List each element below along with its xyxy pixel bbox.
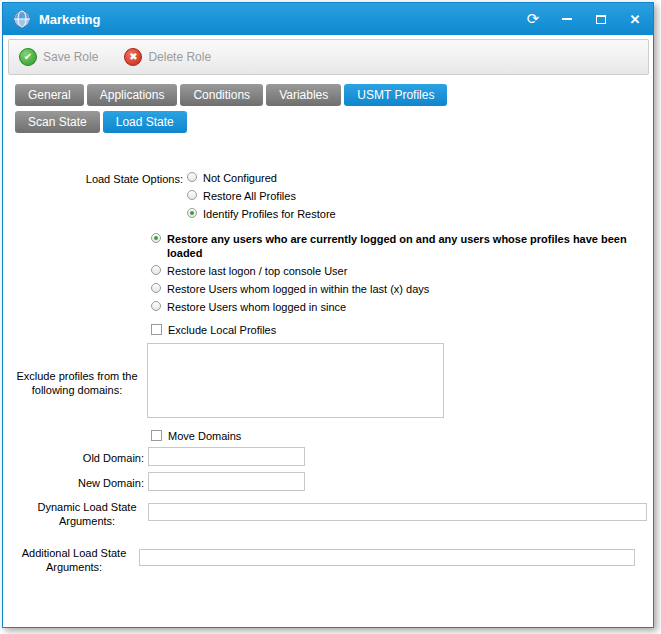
- radio-restore-all-profiles[interactable]: Restore All Profiles: [187, 189, 336, 203]
- load-state-options-group: Not Configured Restore All Profiles Iden…: [187, 171, 336, 225]
- save-check-icon: ✔: [19, 48, 37, 66]
- refresh-button[interactable]: ⟳: [525, 11, 541, 27]
- radio-restore-last-x-days[interactable]: Restore Users whom logged in within the …: [151, 282, 641, 296]
- tab-strip-usmt: Scan State Load State: [15, 111, 187, 133]
- radio-icon[interactable]: [151, 265, 161, 275]
- save-role-label: Save Role: [43, 50, 98, 64]
- tab-strip-main: General Applications Conditions Variable…: [15, 84, 447, 106]
- exclude-domains-label: Exclude profiles from the following doma…: [11, 369, 143, 397]
- old-domain-label: Old Domain:: [23, 451, 144, 465]
- radio-label: Restore last logon / top console User: [167, 264, 347, 278]
- radio-identify-profiles[interactable]: Identify Profiles for Restore: [187, 207, 336, 221]
- minimize-icon: [562, 18, 572, 20]
- delete-role-button[interactable]: ✖ Delete Role: [124, 48, 211, 66]
- toolbar: ✔ Save Role ✖ Delete Role: [8, 39, 649, 75]
- radio-restore-since[interactable]: Restore Users whom logged in since: [151, 300, 641, 314]
- dynamic-args-label: Dynamic Load State Arguments:: [29, 500, 145, 528]
- radio-icon[interactable]: [151, 301, 161, 311]
- radio-icon[interactable]: [187, 208, 197, 218]
- title-bar[interactable]: Marketing ⟳ ✕: [3, 3, 653, 35]
- new-domain-label: New Domain:: [23, 476, 144, 490]
- radio-label: Restore All Profiles: [203, 189, 296, 203]
- checkbox-icon[interactable]: [151, 430, 162, 441]
- close-button[interactable]: ✕: [627, 11, 643, 27]
- checkbox-icon[interactable]: [151, 324, 162, 335]
- tab-conditions[interactable]: Conditions: [180, 84, 263, 106]
- additional-args-label: Additional Load State Arguments:: [13, 546, 135, 574]
- tab-variables[interactable]: Variables: [266, 84, 341, 106]
- tab-load-state[interactable]: Load State: [103, 111, 187, 133]
- radio-icon[interactable]: [187, 190, 197, 200]
- delete-x-icon: ✖: [124, 48, 142, 66]
- old-domain-input[interactable]: [148, 447, 305, 466]
- dynamic-args-input[interactable]: [148, 503, 647, 521]
- save-role-button[interactable]: ✔ Save Role: [19, 48, 98, 66]
- radio-label: Not Configured: [203, 171, 277, 185]
- radio-label: Restore any users who are currently logg…: [167, 232, 637, 260]
- app-icon: [13, 10, 31, 28]
- radio-icon[interactable]: [151, 233, 161, 243]
- radio-label: Restore Users whom logged in since: [167, 300, 346, 314]
- radio-label: Identify Profiles for Restore: [203, 207, 336, 221]
- radio-restore-last-logon[interactable]: Restore last logon / top console User: [151, 264, 641, 278]
- window-title: Marketing: [39, 12, 100, 27]
- exclude-local-profiles-checkbox[interactable]: Exclude Local Profiles: [151, 323, 276, 337]
- maximize-button[interactable]: [593, 11, 609, 27]
- radio-restore-logged-on-users[interactable]: Restore any users who are currently logg…: [151, 232, 641, 260]
- exclude-domains-textarea[interactable]: [147, 343, 444, 418]
- radio-icon[interactable]: [151, 283, 161, 293]
- dialog-window: Marketing ⟳ ✕ ✔ Save Role ✖ Delete Role …: [2, 2, 654, 628]
- maximize-icon: [596, 15, 606, 24]
- new-domain-input[interactable]: [148, 472, 305, 491]
- load-state-options-label: Load State Options:: [23, 172, 183, 186]
- tab-usmt-profiles[interactable]: USMT Profiles: [344, 84, 447, 106]
- tab-applications[interactable]: Applications: [87, 84, 178, 106]
- checkbox-label: Exclude Local Profiles: [168, 323, 276, 337]
- radio-icon[interactable]: [187, 172, 197, 182]
- tab-general[interactable]: General: [15, 84, 84, 106]
- move-domains-checkbox[interactable]: Move Domains: [151, 429, 241, 443]
- tab-scan-state[interactable]: Scan State: [15, 111, 100, 133]
- delete-role-label: Delete Role: [148, 50, 211, 64]
- radio-not-configured[interactable]: Not Configured: [187, 171, 336, 185]
- restore-users-group: Restore any users who are currently logg…: [151, 232, 641, 318]
- additional-args-input[interactable]: [139, 549, 635, 566]
- checkbox-label: Move Domains: [168, 429, 241, 443]
- minimize-button[interactable]: [559, 11, 575, 27]
- radio-label: Restore Users whom logged in within the …: [167, 282, 429, 296]
- window-controls: ⟳ ✕: [525, 11, 643, 27]
